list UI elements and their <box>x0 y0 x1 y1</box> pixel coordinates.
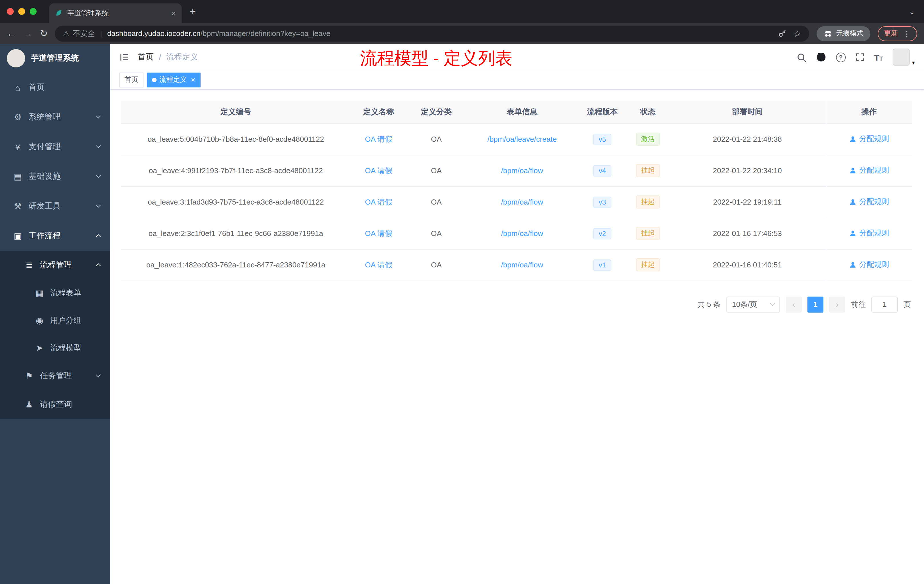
browser-tab[interactable]: 芋道管理系统 × <box>49 3 182 23</box>
home-icon: ⌂ <box>13 82 23 92</box>
view-tag[interactable]: 首页 <box>119 72 144 87</box>
key-icon[interactable] <box>777 29 787 38</box>
sidebar-item-process-model[interactable]: ➤流程模型 <box>0 334 110 362</box>
status-badge: 挂起 <box>636 227 660 240</box>
definition-name-link[interactable]: OA 请假 <box>365 260 392 269</box>
status-badge: 挂起 <box>636 195 660 209</box>
assign-rule-link[interactable]: 分配规则 <box>849 260 889 270</box>
minimize-window-button[interactable] <box>18 8 25 15</box>
task-manage-icon: ⚑ <box>24 371 34 381</box>
user-icon <box>849 135 856 143</box>
app-title: 芋道管理系统 <box>31 53 79 63</box>
version-badge: v5 <box>593 134 612 145</box>
sidebar: 芋道管理系统 ⌂首页⚙系统管理¥支付管理▤基础设施⚒研发工具▣工作流程≣流程管理… <box>0 44 110 584</box>
url-text: dashboard.yudao.iocoder.cn/bpm/manager/d… <box>107 29 330 38</box>
form-info-link[interactable]: /bpm/oa/flow <box>501 261 543 269</box>
sidebar-item-label: 系统管理 <box>28 112 61 122</box>
not-secure-icon: ⚠ <box>63 30 69 38</box>
assign-rule-link[interactable]: 分配规则 <box>849 165 889 176</box>
cell-deploy-time: 2022-01-22 21:48:38 <box>669 124 826 155</box>
page-number-button[interactable]: 1 <box>807 296 823 312</box>
col-form-info: 表单信息 <box>466 101 578 124</box>
github-icon[interactable] <box>816 52 826 62</box>
back-button[interactable]: ← <box>7 29 16 38</box>
app-header: 首页 / 流程定义 流程模型 - 定义列表 ? TT ▾ <box>110 44 924 70</box>
url-input[interactable]: ⚠ 不安全 | dashboard.yudao.iocoder.cn/bpm/m… <box>55 25 809 41</box>
sidebar-item-devtools[interactable]: ⚒研发工具 <box>0 191 110 221</box>
sidebar-item-task-manage[interactable]: ⚑任务管理 <box>0 362 110 390</box>
form-info-link[interactable]: /bpm/oa/leave/create <box>487 135 557 144</box>
form-info-link[interactable]: /bpm/oa/flow <box>501 198 543 206</box>
sidebar-logo[interactable]: 芋道管理系统 <box>0 44 110 73</box>
sidebar-collapse-button[interactable] <box>119 52 130 62</box>
maximize-window-button[interactable] <box>30 8 36 15</box>
cell-deploy-time: 2022-01-16 17:46:53 <box>669 218 826 249</box>
assign-rule-label: 分配规则 <box>860 165 889 176</box>
col-deploy-time: 部署时间 <box>669 101 826 124</box>
cell-definition-id: oa_leave:4:991f2193-7b7f-11ec-a3c8-acde4… <box>121 155 351 186</box>
chrome-update-button[interactable]: 更新 ⋮ <box>878 26 917 41</box>
sidebar-item-leave-query[interactable]: ♟请假查询 <box>0 390 110 419</box>
definition-name-link[interactable]: OA 请假 <box>365 198 392 206</box>
user-icon <box>849 261 856 269</box>
table-row: oa_leave:5:004b710b-7b8a-11ec-8ef0-acde4… <box>121 124 912 155</box>
status-badge: 挂起 <box>636 258 660 271</box>
incognito-icon <box>823 30 833 38</box>
sidebar-item-home[interactable]: ⌂首页 <box>0 73 110 102</box>
goto-page-input[interactable] <box>871 296 898 312</box>
new-tab-button[interactable]: + <box>182 5 204 17</box>
tab-close-icon[interactable]: × <box>172 8 176 18</box>
user-avatar[interactable]: ▾ <box>893 49 915 66</box>
font-size-icon[interactable]: TT <box>874 52 883 62</box>
search-icon[interactable] <box>796 52 806 62</box>
status-badge: 激活 <box>636 133 660 146</box>
tags-bar: 首页流程定义× <box>110 70 924 90</box>
sidebar-item-process-form[interactable]: ▦流程表单 <box>0 279 110 307</box>
fullscreen-icon[interactable] <box>855 53 864 62</box>
sidebar-item-payment[interactable]: ¥支付管理 <box>0 132 110 162</box>
definition-name-link[interactable]: OA 请假 <box>365 135 392 143</box>
update-label: 更新 <box>884 28 898 38</box>
forward-button[interactable]: → <box>23 29 33 38</box>
sidebar-item-workflow[interactable]: ▣工作流程 <box>0 221 110 251</box>
sidebar-item-infrastructure[interactable]: ▤基础设施 <box>0 162 110 191</box>
content: 定义编号 定义名称 定义分类 表单信息 流程版本 状态 部署时间 操作 oa_l… <box>110 90 924 584</box>
table-row: oa_leave:1:482ec033-762a-11ec-8477-a2380… <box>121 249 912 280</box>
help-icon[interactable]: ? <box>836 52 845 62</box>
breadcrumb: 首页 / 流程定义 <box>138 52 198 62</box>
view-tag[interactable]: 流程定义× <box>147 72 200 87</box>
goto-label: 前往 <box>851 299 866 309</box>
breadcrumb-home[interactable]: 首页 <box>138 52 154 62</box>
next-page-button[interactable]: › <box>829 296 845 312</box>
assign-rule-link[interactable]: 分配规则 <box>849 197 889 207</box>
form-info-link[interactable]: /bpm/oa/flow <box>501 166 543 175</box>
tab-search-chevron-icon[interactable]: ⌄ <box>909 7 924 16</box>
chevron-down-icon <box>770 301 775 306</box>
assign-rule-link[interactable]: 分配规则 <box>849 134 889 144</box>
tab-strip: 芋道管理系统 × + ⌄ <box>0 0 924 23</box>
sidebar-item-process-manage[interactable]: ≣流程管理 <box>0 251 110 279</box>
app-shell: 芋道管理系统 ⌂首页⚙系统管理¥支付管理▤基础设施⚒研发工具▣工作流程≣流程管理… <box>0 44 924 584</box>
definition-name-link[interactable]: OA 请假 <box>365 166 392 175</box>
sidebar-item-gear[interactable]: ⚙系统管理 <box>0 102 110 132</box>
prev-page-button[interactable]: ‹ <box>786 296 802 312</box>
refresh-button[interactable]: ↻ <box>40 29 48 38</box>
workflow-icon: ▣ <box>13 231 23 241</box>
page-size-select[interactable]: 10条/页 <box>726 296 780 312</box>
sidebar-item-label: 任务管理 <box>40 371 72 381</box>
process-manage-icon: ≣ <box>24 260 34 270</box>
close-icon[interactable]: × <box>191 76 195 84</box>
incognito-label: 无痕模式 <box>836 28 863 38</box>
col-definition-id: 定义编号 <box>121 101 351 124</box>
form-info-link[interactable]: /bpm/oa/flow <box>501 229 543 238</box>
definition-name-link[interactable]: OA 请假 <box>365 229 392 238</box>
sidebar-item-user-group[interactable]: ◉用户分组 <box>0 307 110 334</box>
bookmark-star-icon[interactable]: ☆ <box>794 28 801 39</box>
browser-menu-icon[interactable]: ⋮ <box>903 29 911 38</box>
sidebar-item-label: 流程表单 <box>50 288 81 298</box>
page-unit-label: 页 <box>903 299 911 309</box>
assign-rule-link[interactable]: 分配规则 <box>849 228 889 239</box>
close-window-button[interactable] <box>7 8 14 15</box>
infrastructure-icon: ▤ <box>13 172 23 182</box>
address-bar: ← → ↻ ⚠ 不安全 | dashboard.yudao.iocoder.cn… <box>0 23 924 44</box>
